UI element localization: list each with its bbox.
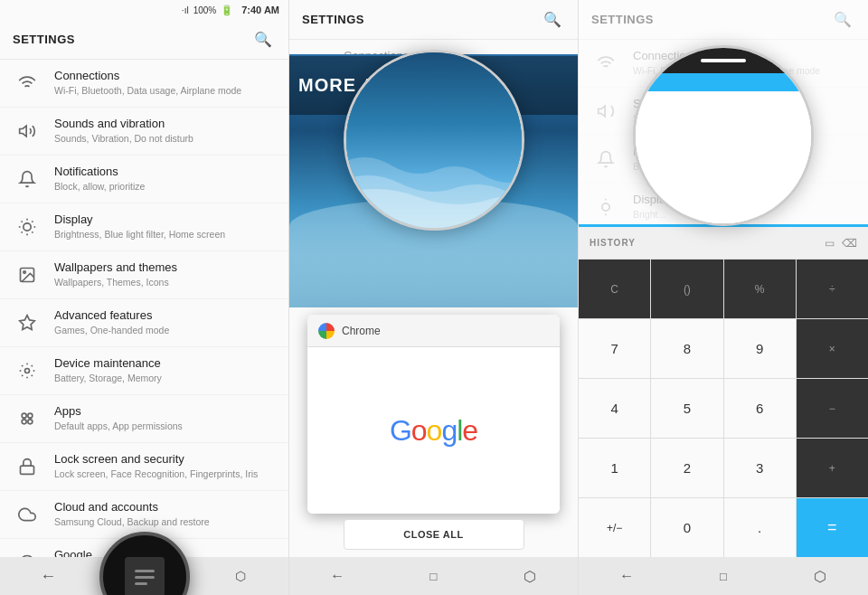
calc-btn-clear[interactable]: C bbox=[579, 260, 650, 318]
device-icon-left bbox=[13, 356, 42, 385]
calc-btn-9[interactable]: 9 bbox=[724, 319, 796, 378]
chrome-card-body: Google bbox=[307, 347, 560, 514]
settings-item-notifications-left[interactable]: Notifications Block, allow, prioritize bbox=[0, 156, 288, 203]
volume-icon-left bbox=[13, 117, 42, 146]
calc-btn-parens[interactable]: () bbox=[651, 260, 722, 318]
calc-history-bar: HISTORY ▭ ⌫ bbox=[579, 227, 868, 260]
zoom-inner bbox=[636, 48, 811, 223]
svg-marker-0 bbox=[20, 126, 27, 137]
calc-btn-2[interactable]: 2 bbox=[651, 439, 722, 497]
chrome-card-header: Chrome bbox=[307, 315, 560, 347]
image-icon-left bbox=[13, 260, 42, 289]
cloud-text-left: Cloud and accounts Samsung Cloud, Backup… bbox=[54, 500, 276, 529]
home-button-mid[interactable]: □ bbox=[410, 562, 456, 590]
battery-icon: 🔋 bbox=[221, 5, 233, 16]
close-all-button[interactable]: CLOSE ALL bbox=[344, 519, 524, 550]
zoom-blue-strip bbox=[636, 73, 811, 91]
back-button-mid[interactable]: ← bbox=[315, 562, 360, 590]
settings-item-wallpapers-left[interactable]: Wallpapers and themes Wallpapers, Themes… bbox=[0, 251, 288, 299]
google-logo: Google bbox=[390, 414, 477, 448]
settings-title-left: SETTINGS bbox=[13, 33, 250, 46]
settings-header-left: SETTINGS 🔍 bbox=[0, 20, 288, 60]
left-panel: ·ıl 100% 🔋 7:40 AM SETTINGS 🔍 Connection… bbox=[0, 0, 289, 595]
svg-point-19 bbox=[28, 413, 33, 418]
history-icons: ▭ ⌫ bbox=[825, 237, 857, 250]
settings-item-advanced-left[interactable]: Advanced features Games, One-handed mode bbox=[0, 299, 288, 347]
calc-btn-divide[interactable]: ÷ bbox=[797, 260, 868, 318]
calc-btn-equals[interactable]: = bbox=[797, 498, 868, 557]
settings-item-apps-left[interactable]: Apps Default apps, App permissions bbox=[0, 395, 288, 443]
device-text-left: Device maintenance Battery, Storage, Mem… bbox=[54, 356, 276, 385]
status-bar-left: ·ıl 100% 🔋 7:40 AM bbox=[0, 0, 288, 20]
recent-button-right[interactable]: ⬡ bbox=[797, 562, 843, 590]
svg-line-4 bbox=[22, 222, 23, 222]
settings-header-mid: SETTINGS 🔍 bbox=[289, 0, 578, 40]
svg-point-11 bbox=[24, 271, 25, 274]
lock-icon-left bbox=[13, 452, 42, 481]
calc-btn-plus[interactable]: + bbox=[797, 439, 868, 497]
wallpapers-text-left: Wallpapers and themes Wallpapers, Themes… bbox=[54, 260, 276, 289]
calc-btn-5[interactable]: 5 bbox=[651, 379, 722, 438]
settings-list-left: Connections Wi-Fi, Bluetooth, Data usage… bbox=[0, 60, 288, 557]
bottom-nav-mid: ← □ ⬡ bbox=[289, 557, 578, 595]
google-icon-left bbox=[13, 548, 42, 557]
calculator-grid: C () % ÷ 7 8 9 × 4 5 6 − 1 2 3 + +/− 0 .… bbox=[579, 260, 868, 557]
svg-point-18 bbox=[22, 413, 26, 418]
chrome-logo bbox=[318, 323, 335, 339]
search-button-mid[interactable]: 🔍 bbox=[540, 7, 565, 33]
zoom-circle-mid bbox=[344, 50, 524, 231]
svg-point-21 bbox=[28, 420, 33, 424]
calc-btn-8[interactable]: 8 bbox=[651, 319, 722, 378]
calc-btn-negate[interactable]: +/− bbox=[579, 498, 650, 557]
svg-marker-12 bbox=[20, 316, 35, 330]
calc-btn-dot[interactable]: . bbox=[724, 498, 796, 557]
history-icon-1: ▭ bbox=[825, 237, 835, 250]
zoom-bar-line bbox=[701, 59, 746, 62]
settings-item-sounds-left[interactable]: Sounds and vibration Sounds, Vibration, … bbox=[0, 108, 288, 156]
settings-item-display-left[interactable]: Display Brightness, Blue light filter, H… bbox=[0, 203, 288, 251]
time-display: 7:40 AM bbox=[241, 5, 279, 15]
chrome-card[interactable]: Chrome Google bbox=[307, 315, 560, 514]
wifi-icon bbox=[13, 69, 42, 98]
zoom-circle-right bbox=[633, 45, 814, 226]
svg-line-5 bbox=[32, 231, 33, 232]
settings-item-connections-left[interactable]: Connections Wi-Fi, Bluetooth, Data usage… bbox=[0, 60, 288, 108]
bell-icon-left bbox=[13, 165, 42, 194]
back-button-left[interactable]: ← bbox=[25, 562, 71, 590]
calc-btn-multiply[interactable]: × bbox=[797, 319, 868, 378]
calc-btn-7[interactable]: 7 bbox=[579, 319, 650, 378]
cloud-icon-left bbox=[13, 500, 42, 529]
connections-text-left: Connections Wi-Fi, Bluetooth, Data usage… bbox=[54, 69, 276, 98]
sounds-text-left: Sounds and vibration Sounds, Vibration, … bbox=[54, 117, 276, 146]
settings-item-lock-left[interactable]: Lock screen and security Lock screen, Fa… bbox=[0, 443, 288, 491]
svg-rect-22 bbox=[21, 466, 34, 474]
search-button-left[interactable]: 🔍 bbox=[250, 27, 276, 52]
calc-btn-3[interactable]: 3 bbox=[724, 439, 796, 497]
back-button-right[interactable]: ← bbox=[604, 562, 649, 590]
brightness-icon-left bbox=[13, 212, 42, 241]
notifications-text-left: Notifications Block, allow, prioritize bbox=[54, 165, 276, 194]
apps-text-left: Apps Default apps, App permissions bbox=[54, 404, 276, 433]
calc-btn-4[interactable]: 4 bbox=[579, 379, 650, 438]
calc-btn-0[interactable]: 0 bbox=[651, 498, 722, 557]
recent-button-left[interactable]: ⬡ bbox=[218, 562, 263, 590]
recent-button-mid[interactable]: ⬡ bbox=[507, 562, 552, 590]
settings-item-device-left[interactable]: Device maintenance Battery, Storage, Mem… bbox=[0, 347, 288, 395]
svg-line-9 bbox=[32, 222, 33, 222]
calc-btn-minus[interactable]: − bbox=[797, 379, 868, 438]
bottom-nav-right: ← □ ⬡ bbox=[579, 557, 868, 595]
home-button-right[interactable]: □ bbox=[701, 562, 746, 590]
calculator-section: HISTORY ▭ ⌫ C () % ÷ 7 8 9 × 4 5 6 − 1 bbox=[579, 227, 868, 557]
svg-point-20 bbox=[22, 420, 26, 424]
calc-btn-1[interactable]: 1 bbox=[579, 439, 650, 497]
star-icon-left bbox=[13, 308, 42, 337]
history-label: HISTORY bbox=[590, 238, 825, 248]
calc-btn-6[interactable]: 6 bbox=[724, 379, 796, 438]
right-panel: SETTINGS 🔍 Connections Wi-Fi, Bluetooth,… bbox=[579, 0, 868, 595]
battery-text: 100% bbox=[193, 5, 217, 15]
middle-panel: SETTINGS 🔍 Connections Wi-Fi, Bluetooth,… bbox=[289, 0, 579, 595]
calc-btn-percent[interactable]: % bbox=[724, 260, 796, 318]
svg-line-8 bbox=[22, 231, 23, 232]
display-text-left: Display Brightness, Blue light filter, H… bbox=[54, 212, 276, 241]
settings-title-mid: SETTINGS bbox=[302, 13, 540, 26]
